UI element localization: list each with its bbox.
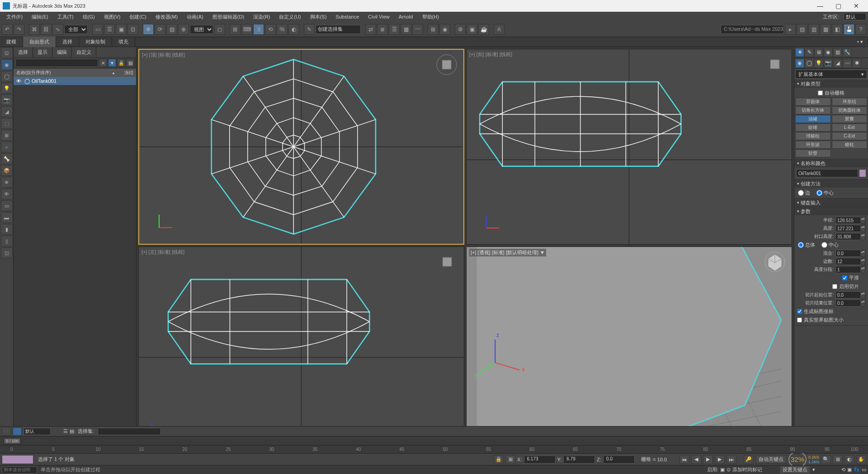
project-btn4[interactable]: ▦ <box>820 24 831 35</box>
ribbon-tab-paint[interactable]: 对象绘制 <box>79 37 112 47</box>
goto-end-icon[interactable]: ⏭ <box>726 455 736 464</box>
systems-icon[interactable]: ✱ <box>852 59 861 68</box>
sides-spinner[interactable] <box>835 258 861 265</box>
key-filters-icon[interactable]: ▾ <box>812 467 815 473</box>
link-button[interactable]: ⌘ <box>29 24 40 35</box>
edit-selection-set-button[interactable]: ✎ <box>304 24 315 35</box>
explorer-lock-button[interactable]: 🔒 <box>117 59 125 67</box>
btn-chamferbox[interactable]: 切角长方体 <box>795 106 831 114</box>
viewport-perspective[interactable]: [+] [透视] [标准] [默认明暗处理] ▼ <box>466 246 792 442</box>
shapes-icon[interactable]: ◯ <box>805 59 814 68</box>
menu-views[interactable]: 视图(V) <box>99 12 125 22</box>
menu-modifiers[interactable]: 修改器(M) <box>151 12 183 22</box>
menu-rendering[interactable]: 渲染(R) <box>249 12 274 22</box>
time-slider-thumb[interactable]: 0 / 100 <box>4 438 21 444</box>
layout-preset-input[interactable] <box>24 428 51 435</box>
explorer-tab-display[interactable]: 显示 <box>33 47 52 57</box>
utilities-tab-icon[interactable]: 🔧 <box>843 48 852 57</box>
blend-spinner[interactable] <box>835 250 861 257</box>
explorer-tab-edit[interactable]: 编辑 <box>52 47 72 57</box>
render-setup-button[interactable]: ⚙ <box>455 24 466 35</box>
project-btn3[interactable]: ▥ <box>808 24 819 35</box>
rollout-object-type[interactable]: 对象类型 <box>794 80 868 88</box>
lt-hidden[interactable]: 👁 <box>1 189 13 199</box>
radio-center[interactable]: 中心 <box>816 190 834 196</box>
geometry-icon[interactable]: ◉ <box>795 59 804 68</box>
nav-fov-icon[interactable]: ◐ <box>844 455 854 464</box>
menu-create[interactable]: 创建(C) <box>125 12 151 22</box>
smooth-checkbox[interactable] <box>842 275 847 280</box>
bind-button[interactable]: ∿ <box>52 24 63 35</box>
menu-group[interactable]: 组(G) <box>78 12 99 22</box>
menu-animation[interactable]: 动画(A) <box>182 12 208 22</box>
lt-cameras[interactable]: 📷 <box>1 95 13 105</box>
project-btn6[interactable]: 💾 <box>844 24 854 35</box>
enable-toggle[interactable]: ▣ <box>720 467 725 473</box>
menu-scripting[interactable]: 脚本(S) <box>306 12 331 22</box>
lt-select-all[interactable]: ⊡ <box>1 47 13 58</box>
pivot-button[interactable]: ◻ <box>214 24 225 35</box>
spacewarps-icon[interactable]: 〰 <box>843 59 852 68</box>
viewport-front[interactable]: [+] [前] [标准] [线框] <box>466 49 792 245</box>
undo-button[interactable]: ↶ <box>2 24 13 35</box>
coord-y[interactable]: 6.79 <box>563 455 595 464</box>
project-btn2[interactable]: ▤ <box>797 24 807 35</box>
lt-space-warps[interactable]: ⬚ <box>1 118 13 129</box>
rotate-button[interactable]: ⟳ <box>155 24 165 35</box>
cameras-icon[interactable]: 📷 <box>824 59 833 68</box>
radio-edge[interactable]: 边 <box>798 190 810 196</box>
btn-lext[interactable]: L-Ext <box>832 123 868 132</box>
angle-snap-button[interactable]: ⟲ <box>265 24 276 35</box>
explorer-header[interactable]: 名称(按升序排序) ▲ 冻结 <box>14 69 136 77</box>
autogrid-checkbox[interactable] <box>818 90 823 95</box>
radio-centers[interactable]: 中心 <box>821 242 839 248</box>
set-key-button[interactable]: 设置关键点 <box>779 465 811 474</box>
placement-button[interactable]: ⊕ <box>178 24 189 35</box>
menu-customize[interactable]: 自定义(U) <box>274 12 305 22</box>
menu-civilview[interactable]: Civil View <box>363 13 394 21</box>
stack-icon[interactable]: ☰ <box>63 428 68 434</box>
scale-button[interactable]: ▤ <box>166 24 177 35</box>
explorer-tab-custom[interactable]: 自定义 <box>72 47 96 57</box>
lt-container[interactable]: 📦 <box>1 165 13 176</box>
explorer-tab-select[interactable]: 选择 <box>14 47 33 57</box>
slice-checkbox[interactable] <box>832 284 837 289</box>
lights-icon[interactable]: 💡 <box>814 59 823 68</box>
vp-layout-2[interactable] <box>13 427 22 436</box>
percent-snap-button[interactable]: % <box>277 24 288 35</box>
unlink-button[interactable]: ⛓ <box>41 24 52 35</box>
visibility-icon[interactable]: 👁 <box>16 78 23 84</box>
helpers-icon[interactable]: ◢ <box>833 59 842 68</box>
lt-shapes[interactable]: ◯ <box>1 71 13 82</box>
add-time-marker[interactable]: 添加时间标记 <box>732 466 762 473</box>
coord-x[interactable]: 6.173 <box>524 455 556 464</box>
time-tag-icon[interactable]: ⊙ <box>726 467 731 473</box>
menu-substance[interactable]: Substance <box>331 13 363 21</box>
sliceto-spinner[interactable] <box>835 299 861 307</box>
viewcube-top[interactable] <box>435 53 458 76</box>
prev-frame-icon[interactable]: ◀ <box>691 455 701 464</box>
snap-button[interactable]: 3 <box>253 24 264 35</box>
explorer-search-input[interactable] <box>15 59 98 67</box>
selection-set-input[interactable] <box>98 428 161 435</box>
menu-help[interactable]: 帮助(H) <box>418 12 443 22</box>
menu-graph[interactable]: 图形编辑器(D) <box>208 12 249 22</box>
auto-key-button[interactable]: 自动关键点 <box>755 455 787 464</box>
btn-cext[interactable]: C-Ext <box>832 132 868 140</box>
maximize-button[interactable]: ▢ <box>829 0 847 12</box>
workspace-dropdown[interactable] <box>844 13 866 20</box>
next-frame-icon[interactable]: ▶ <box>715 455 725 464</box>
lt-geometry[interactable]: ◉ <box>1 59 13 70</box>
render-button[interactable]: ☕ <box>478 24 489 35</box>
select-button[interactable]: ▭ <box>92 24 103 35</box>
hierarchy-tab-icon[interactable]: ⊞ <box>814 48 823 57</box>
btn-spindle[interactable]: 纺锤 <box>795 123 831 132</box>
category-dropdown[interactable]: 扩展基本体▾ <box>795 70 867 79</box>
modify-tab-icon[interactable]: ✎ <box>805 48 814 57</box>
layer-explorer-button[interactable]: ☰ <box>389 24 400 35</box>
radius-spinner[interactable] <box>835 217 861 224</box>
curve-editor-button[interactable]: 〰 <box>412 24 423 35</box>
lt-xref[interactable]: ⟐ <box>1 142 13 152</box>
lt-helpers[interactable]: ◢ <box>1 106 13 117</box>
time-ruler[interactable]: 051015 20253035 40455055 60657075 808590… <box>0 445 868 453</box>
